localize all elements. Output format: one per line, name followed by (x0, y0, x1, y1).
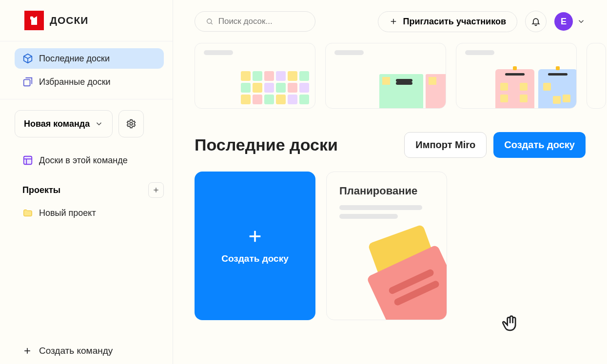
invite-button[interactable]: Пригласить участников (378, 11, 517, 32)
templates-row (173, 32, 607, 109)
search-icon (206, 17, 214, 26)
nav-top: Последние доски Избранные доски (0, 41, 173, 99)
folder-icon (22, 208, 33, 218)
gear-icon (126, 118, 137, 129)
logo-mark (24, 11, 44, 30)
template-card-notes[interactable] (325, 43, 446, 109)
svg-point-9 (207, 19, 212, 23)
bell-icon (531, 17, 541, 26)
template-card-grid[interactable] (195, 43, 315, 109)
plus-icon (22, 346, 32, 356)
layers-icon (22, 77, 33, 87)
projects-title: Проекты (22, 185, 60, 195)
logo[interactable]: ДОСКИ (0, 0, 173, 41)
sidebar-item-recent-boards[interactable]: Последние доски (15, 48, 164, 69)
plus-icon (389, 17, 398, 26)
team-row: Новая команда (0, 99, 173, 137)
add-project-button[interactable] (148, 182, 164, 198)
sidebar: ДОСКИ Последние доски Избранные доски Но… (0, 0, 173, 364)
avatar: Е (554, 12, 573, 31)
projects-list: Новый проект (0, 202, 173, 222)
board-card-artwork (359, 237, 447, 320)
user-menu[interactable]: Е (554, 12, 586, 31)
create-team-label: Создать команду (39, 345, 113, 356)
create-board-tile-label: Создать доску (221, 253, 288, 264)
team-settings-button[interactable] (118, 110, 144, 137)
team-selected-label: Новая команда (24, 119, 90, 129)
main: Пригласить участников Е (173, 0, 607, 364)
svg-point-1 (130, 122, 133, 125)
section-header: Последние доски Импорт Miro Создать доск… (173, 109, 607, 158)
cube-icon (22, 53, 33, 64)
sidebar-item-label: Последние доски (39, 54, 110, 64)
team-boards-label: Доски в этой команде (39, 155, 128, 166)
projects-header: Проекты (0, 170, 173, 202)
svg-rect-0 (24, 79, 30, 86)
topbar: Пригласить участников Е (173, 0, 607, 32)
board-card-skeleton-line (339, 205, 422, 210)
sidebar-item-favorite-boards[interactable]: Избранные доски (15, 72, 164, 92)
board-card-title: Планирование (327, 172, 447, 201)
svg-line-10 (211, 23, 213, 24)
section-actions: Импорт Miro Создать доску (404, 132, 586, 158)
plus-icon (152, 186, 160, 194)
layout-icon (22, 155, 33, 166)
sidebar-item-label: Избранные доски (39, 77, 111, 87)
board-card[interactable]: Планирование (326, 172, 447, 320)
create-team-button[interactable]: Создать команду (0, 338, 173, 364)
svg-rect-2 (24, 156, 32, 165)
invite-label: Пригласить участников (403, 17, 506, 27)
sidebar-item-team-boards[interactable]: Доски в этой команде (15, 151, 164, 170)
template-card-columns[interactable] (456, 43, 577, 109)
team-selector[interactable]: Новая команда (15, 110, 113, 137)
project-item[interactable]: Новый проект (15, 204, 164, 222)
create-board-tile[interactable]: Создать доску (195, 172, 315, 320)
chevron-down-icon (577, 17, 586, 26)
project-item-label: Новый проект (39, 208, 96, 218)
create-board-button[interactable]: Создать доску (493, 132, 586, 158)
boards-grid: Создать доску Планирование (173, 158, 607, 320)
template-card-more[interactable] (587, 43, 606, 109)
search-box[interactable] (195, 11, 315, 32)
chevron-down-icon (95, 119, 103, 128)
import-miro-button[interactable]: Импорт Miro (404, 132, 487, 158)
search-input[interactable] (218, 17, 304, 26)
section-title: Последние доски (195, 135, 338, 154)
team-boards-section: Доски в этой команде (0, 137, 173, 170)
brand-name: ДОСКИ (50, 15, 88, 26)
notifications-button[interactable] (525, 11, 547, 32)
board-card-skeleton-line (339, 214, 398, 219)
plus-icon (247, 228, 263, 245)
logo-mark-icon (28, 15, 40, 26)
